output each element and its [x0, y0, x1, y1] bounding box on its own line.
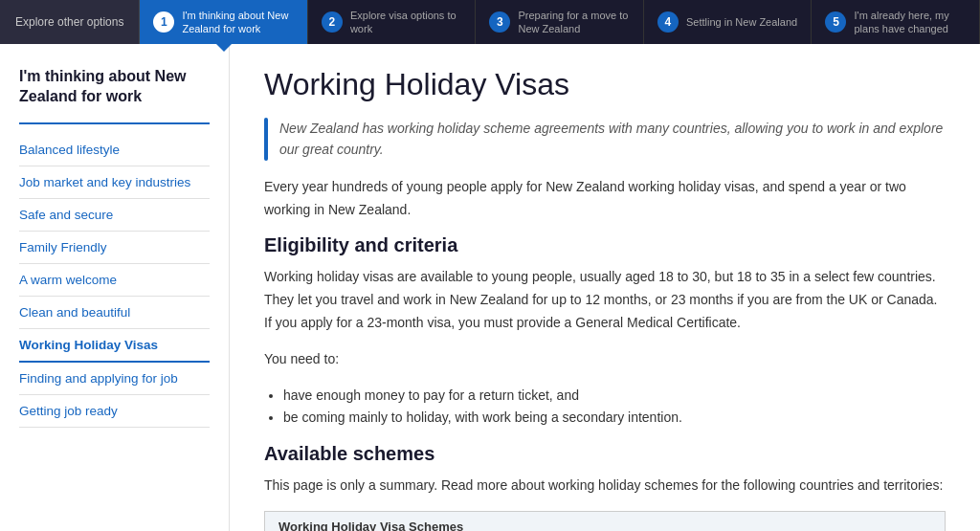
body-text-1: Every year hundreds of young people appl… — [264, 176, 946, 222]
top-nav: Explore other options 1 I'm thinking abo… — [0, 0, 980, 44]
available-text: This page is only a summary. Read more a… — [264, 475, 946, 498]
available-heading: Available schemes — [264, 443, 946, 465]
bullet-item-2: be coming mainly to holiday, with work b… — [283, 407, 946, 430]
step-number-2: 2 — [322, 11, 343, 33]
step-number-1: 1 — [153, 11, 174, 33]
schemes-table: Working Holiday Visa Schemes → Argentina… — [264, 511, 946, 531]
explore-other-options[interactable]: Explore other options — [0, 0, 140, 44]
bullet-list: have enough money to pay for a return ti… — [283, 385, 946, 431]
step-number-5: 5 — [825, 11, 846, 33]
step-label-2: Explore visa options to work — [350, 9, 462, 36]
page-title: Working Holiday Visas — [264, 67, 946, 102]
eligibility-text: Working holiday visas are available to y… — [264, 266, 946, 334]
step-label-5: I'm already here, my plans have changed — [854, 9, 966, 36]
main-layout: I'm thinking about New Zealand for work … — [0, 44, 980, 531]
sidebar-item-finding-applying[interactable]: Finding and applying for job — [19, 363, 210, 395]
sidebar-item-family-friendly[interactable]: Family Friendly — [19, 232, 210, 264]
eligibility-heading: Eligibility and criteria — [264, 234, 946, 256]
sidebar-item-clean-beautiful[interactable]: Clean and beautiful — [19, 297, 210, 329]
step-label-3: Preparing for a move to New Zealand — [518, 9, 630, 36]
nav-step-5[interactable]: 5 I'm already here, my plans have change… — [812, 0, 980, 44]
schemes-table-header: Working Holiday Visa Schemes — [265, 512, 945, 531]
sidebar-item-warm-welcome[interactable]: A warm welcome — [19, 264, 210, 297]
sidebar-divider — [19, 122, 210, 124]
step-label-4: Settling in New Zealand — [686, 15, 797, 29]
step-label-1: I'm thinking about New Zealand for work — [182, 9, 294, 36]
sidebar-item-getting-job-ready[interactable]: Getting job ready — [19, 395, 210, 428]
sidebar-item-balanced-lifestyle[interactable]: Balanced lifestyle — [19, 134, 210, 166]
nav-step-1[interactable]: 1 I'm thinking about New Zealand for wor… — [140, 0, 308, 44]
nav-step-3[interactable]: 3 Preparing for a move to New Zealand — [476, 0, 644, 44]
intro-block: New Zealand has working holiday scheme a… — [264, 118, 946, 161]
sidebar-item-job-market[interactable]: Job market and key industries — [19, 166, 210, 199]
nav-step-2[interactable]: 2 Explore visa options to work — [308, 0, 477, 44]
nav-steps: 1 I'm thinking about New Zealand for wor… — [140, 0, 980, 44]
intro-bar — [264, 118, 268, 161]
sidebar-title: I'm thinking about New Zealand for work — [19, 67, 210, 107]
sidebar-item-safe-secure[interactable]: Safe and secure — [19, 199, 210, 232]
step-number-3: 3 — [489, 11, 510, 33]
nav-step-4[interactable]: 4 Settling in New Zealand — [644, 0, 813, 44]
main-content: Working Holiday Visas New Zealand has wo… — [230, 44, 980, 531]
step-number-4: 4 — [657, 11, 679, 33]
intro-text: New Zealand has working holiday scheme a… — [279, 118, 946, 161]
sidebar-item-working-holiday[interactable]: Working Holiday Visas — [19, 329, 210, 363]
sidebar: I'm thinking about New Zealand for work … — [0, 44, 230, 531]
you-need-to: You need to: — [264, 348, 946, 371]
bullet-item-1: have enough money to pay for a return ti… — [283, 385, 946, 408]
